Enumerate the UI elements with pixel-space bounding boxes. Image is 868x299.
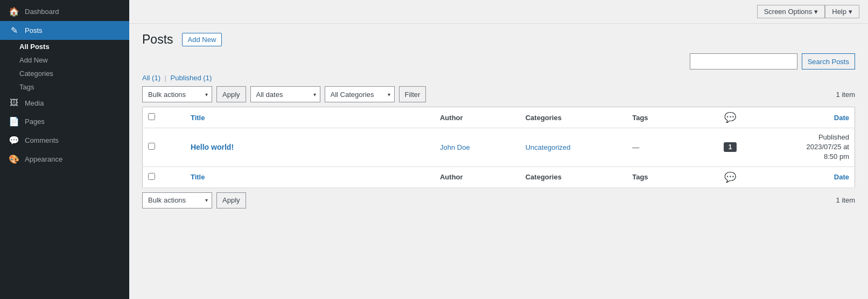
comments-icon: 💬 [9, 135, 19, 145]
row-author-cell: John Doe [435, 128, 520, 167]
select-all-checkbox[interactable] [148, 113, 155, 120]
footer-col-comments: 💬 [712, 166, 748, 187]
add-new-button[interactable]: Add New [182, 33, 222, 46]
view-links: All (1) | Published (1) [142, 74, 855, 82]
main-content: Screen Options ▾ Help ▾ Posts Add New Se… [129, 0, 868, 299]
bottom-apply-button[interactable]: Apply [216, 192, 246, 208]
categories-wrap: All Categories ▾ [325, 86, 395, 102]
sidebar-item-label: Appearance [25, 155, 62, 163]
sidebar-subitem-categories[interactable]: Categories [19, 67, 129, 80]
view-all-link[interactable]: All (1) [142, 74, 163, 82]
screen-options-chevron-icon: ▾ [814, 8, 818, 16]
sidebar-item-label: Posts [25, 26, 43, 34]
dates-select[interactable]: All dates [250, 86, 320, 102]
sidebar-item-appearance[interactable]: 🎨 Appearance [0, 150, 129, 169]
footer-select-all-col [143, 166, 185, 187]
search-posts-button[interactable]: Search Posts [802, 53, 855, 69]
col-header-title[interactable]: Title [185, 107, 435, 128]
topbar: Screen Options ▾ Help ▾ [129, 0, 868, 24]
page-title: Posts [142, 32, 173, 47]
posts-submenu: All Posts Add New Categories Tags [0, 40, 129, 94]
comment-bubble-header-icon: 💬 [724, 112, 736, 123]
col-header-categories: Categories [520, 107, 627, 128]
comment-count-badge[interactable]: 1 [724, 142, 737, 152]
help-button[interactable]: Help ▾ [825, 5, 859, 18]
col-header-tags: Tags [627, 107, 712, 128]
col-header-date[interactable]: Date [748, 107, 855, 128]
appearance-icon: 🎨 [9, 154, 19, 164]
sidebar-item-label: Dashboard [25, 8, 59, 16]
row-tags-cell: — [627, 128, 712, 167]
post-author-link[interactable]: John Doe [440, 143, 470, 151]
footer-col-author: Author [435, 166, 520, 187]
sidebar-subitem-all-posts[interactable]: All Posts [19, 40, 129, 53]
sidebar: 🏠 Dashboard ✎ Posts All Posts Add New Ca… [0, 0, 129, 299]
media-icon: 🖼 [9, 98, 19, 108]
top-item-count: 1 item [836, 91, 855, 99]
sidebar-subitem-tags[interactable]: Tags [19, 80, 129, 94]
pages-icon: 📄 [9, 116, 19, 127]
sidebar-item-comments[interactable]: 💬 Comments [0, 131, 129, 150]
top-filters-bar: Bulk actions ▾ Apply All dates ▾ All Cat… [142, 86, 855, 102]
footer-col-categories: Categories [520, 166, 627, 187]
footer-col-title: Title [185, 166, 435, 187]
comment-bubble-footer-icon: 💬 [724, 172, 736, 183]
help-label: Help [832, 8, 846, 16]
post-title-link[interactable]: Hello world! [191, 143, 234, 151]
bottom-bulk-actions-select[interactable]: Bulk actions [142, 192, 212, 208]
footer-select-all-checkbox[interactable] [148, 173, 155, 180]
view-published-link[interactable]: Published (1) [171, 74, 212, 82]
col-header-comments: 💬 [712, 107, 748, 128]
search-input[interactable] [690, 53, 797, 69]
dashboard-icon: 🏠 [9, 6, 19, 17]
row-title-cell: Hello world! [185, 128, 435, 167]
table-header-row: Title Author Categories Tags 💬 Date [143, 107, 855, 128]
footer-col-date: Date [748, 166, 855, 187]
table-row: Hello world! John Doe Uncategorized — 1 … [143, 128, 855, 167]
sidebar-item-label: Pages [25, 117, 45, 126]
col-header-author: Author [435, 107, 520, 128]
sidebar-subitem-add-new[interactable]: Add New [19, 53, 129, 67]
content-area: Posts Add New Search Posts All (1) | Pub… [129, 24, 868, 299]
search-area: Search Posts [142, 53, 855, 69]
posts-table: Title Author Categories Tags 💬 Date [142, 107, 855, 188]
sidebar-item-posts[interactable]: ✎ Posts [0, 21, 129, 40]
filter-button[interactable]: Filter [399, 86, 426, 102]
top-apply-button[interactable]: Apply [216, 86, 246, 102]
page-header: Posts Add New [142, 32, 855, 47]
sidebar-item-label: Media [25, 99, 44, 107]
screen-options-label: Screen Options [764, 8, 813, 16]
row-comments-cell: 1 [712, 128, 748, 167]
bottom-item-count: 1 item [836, 196, 855, 204]
screen-options-button[interactable]: Screen Options ▾ [757, 5, 825, 18]
bulk-actions-wrap: Bulk actions ▾ [142, 86, 212, 102]
bottom-bulk-actions-wrap: Bulk actions ▾ [142, 192, 212, 208]
post-category-link[interactable]: Uncategorized [526, 143, 571, 151]
bottom-filters-bar: Bulk actions ▾ Apply 1 item [142, 192, 855, 208]
help-chevron-icon: ▾ [849, 8, 852, 16]
categories-select[interactable]: All Categories [325, 86, 395, 102]
footer-col-tags: Tags [627, 166, 712, 187]
post-date-time: 8:50 pm [824, 152, 849, 161]
row-date-cell: Published 2023/07/25 at 8:50 pm [748, 128, 855, 167]
row-checkbox[interactable] [148, 143, 155, 150]
post-date-value: 2023/07/25 at [806, 143, 849, 151]
bulk-actions-select[interactable]: Bulk actions [142, 86, 212, 102]
post-date-status: Published [818, 133, 849, 141]
view-sep: | [165, 74, 166, 82]
sidebar-item-dashboard[interactable]: 🏠 Dashboard [0, 2, 129, 21]
dates-wrap: All dates ▾ [250, 86, 320, 102]
table-footer-row: Title Author Categories Tags 💬 Date [143, 166, 855, 187]
row-checkbox-cell [143, 128, 185, 167]
posts-icon: ✎ [9, 25, 19, 36]
select-all-col [143, 107, 185, 128]
sidebar-item-media[interactable]: 🖼 Media [0, 94, 129, 112]
sidebar-item-pages[interactable]: 📄 Pages [0, 112, 129, 131]
sidebar-item-label: Comments [25, 136, 59, 144]
row-categories-cell: Uncategorized [520, 128, 627, 167]
